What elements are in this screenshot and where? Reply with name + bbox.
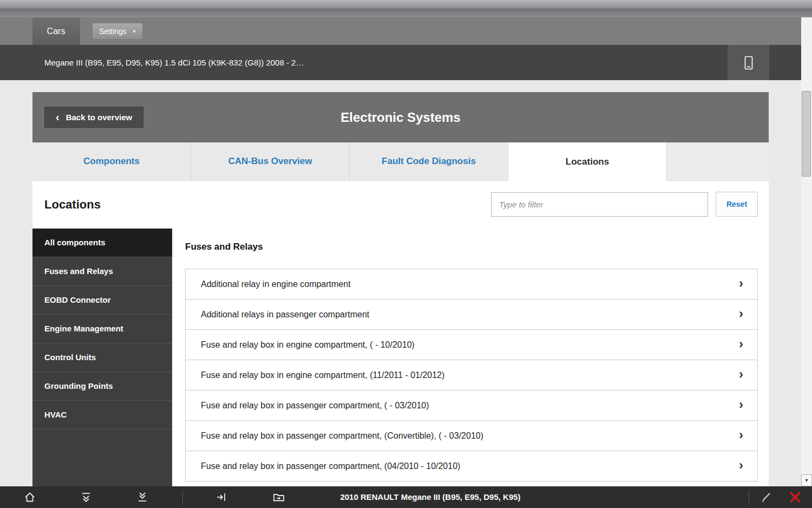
list-item-label: Fuse and relay box in passenger compartm… [201,431,483,441]
home-button[interactable] [19,486,40,508]
chevron-right-icon: › [739,368,743,381]
tab-can-bus-overview[interactable]: CAN-Bus Overview [191,142,350,181]
sidebar-item-all-components[interactable]: All components [32,229,172,257]
vehicle-data-button[interactable] [728,45,769,80]
electronic-systems-panel: ‹ Back to overview Electronic Systems Co… [32,92,769,486]
reset-button[interactable]: Reset [716,192,758,217]
section-title: Locations [44,181,101,229]
tab-components[interactable]: Components [32,142,191,181]
sidebar-item-eobd-connector[interactable]: EOBD Connector [32,286,172,315]
scrollbar[interactable]: ▼ [801,17,812,486]
vehicle-title: Megane III (B95, E95, D95, K95) 1.5 dCi … [0,58,304,67]
stylus-button[interactable] [756,486,776,508]
list-item-label: Additional relay in engine compartment [201,279,351,289]
list-item[interactable]: Fuse and relay box in passenger compartm… [185,420,758,451]
list-item[interactable]: Fuse and relay box in passenger compartm… [185,390,758,421]
tab-fault-code-diagnosis[interactable]: Fault Code Diagnosis [350,142,508,181]
stylus-icon [759,490,773,504]
sidebar-item-grounding-points[interactable]: Grounding Points [32,372,172,401]
back-button-label: Back to overview [66,113,133,122]
device-icon [743,55,755,70]
window-titlebar [0,0,812,17]
close-icon [788,490,803,505]
list-item-label: Fuse and relay box in passenger compartm… [201,461,460,471]
scrollbar-thumb[interactable] [802,91,811,177]
content-background: ‹ Back to overview Electronic Systems Co… [0,80,801,486]
main-content: All components Fuses and Relays EOBD Con… [32,229,769,486]
settings-button[interactable]: Settings ▾ [92,23,143,40]
list-item[interactable]: Fuse and relay box in passenger compartm… [185,451,758,481]
chevron-right-icon: › [739,459,743,472]
scroll-down-button[interactable]: ▼ [801,474,812,486]
app-area: Cars Settings ▾ Megane III (B95, E95, D9… [0,17,801,486]
vehicle-bar: Megane III (B95, E95, D95, K95) 1.5 dCi … [0,45,801,80]
sidebar-item-engine-management[interactable]: Engine Management [32,315,172,343]
chevron-right-icon: › [739,428,743,441]
chevron-left-icon: ‹ [56,112,60,122]
locations-list-area: Fuses and Relays Additional relay in eng… [172,229,769,486]
settings-label: Settings [99,27,127,36]
back-to-overview-button[interactable]: ‹ Back to overview [44,107,143,128]
panel-header: ‹ Back to overview Electronic Systems [32,92,769,142]
filter-input[interactable] [491,192,708,217]
chevron-right-icon: › [739,398,743,411]
list-item[interactable]: Fuse and relay box in engine compartment… [185,329,758,360]
list-item[interactable]: Fuse and relay box in engine compartment… [185,360,758,390]
list-item-label: Fuse and relay box in passenger compartm… [201,401,429,411]
list-item-label: Fuse and relay box in engine compartment… [201,340,415,350]
app-window: Cars Settings ▾ Megane III (B95, E95, D9… [0,0,812,508]
chevron-right-icon: › [739,337,743,350]
list-item-label: Fuse and relay box in engine compartment… [201,370,444,380]
content-header: Locations Reset [32,181,769,229]
footer-vehicle-text: 2010 RENAULT Megane III (B95, E95, D95, … [49,486,812,508]
sidebar-item-fuses-and-relays[interactable]: Fuses and Relays [32,257,172,286]
tab-bar: Components CAN-Bus Overview Fault Code D… [32,142,769,181]
top-toolbar: Cars Settings ▾ [0,17,801,45]
chevron-right-icon: › [739,277,743,290]
list-item[interactable]: Additional relay in engine compartment › [185,269,758,299]
home-icon [23,491,36,504]
chevron-down-icon: ▾ [133,28,136,34]
sidebar-item-control-units[interactable]: Control Units [32,343,172,372]
tab-cars[interactable]: Cars [32,17,80,45]
list-heading: Fuses and Relays [185,242,758,252]
component-sidebar: All components Fuses and Relays EOBD Con… [32,229,172,486]
list-item-label: Additional relays in passenger compartme… [201,310,369,320]
footer-divider [749,490,749,504]
chevron-right-icon: › [739,307,743,320]
footer-bar: 2010 RENAULT Megane III (B95, E95, D95, … [0,486,812,508]
list-item[interactable]: Additional relays in passenger compartme… [185,299,758,330]
sidebar-item-hvac[interactable]: HVAC [32,401,172,429]
tabbar-filler [667,142,769,181]
locations-list: Additional relay in engine compartment ›… [185,269,758,481]
tab-locations[interactable]: Locations [508,142,667,181]
close-button[interactable] [785,486,806,508]
